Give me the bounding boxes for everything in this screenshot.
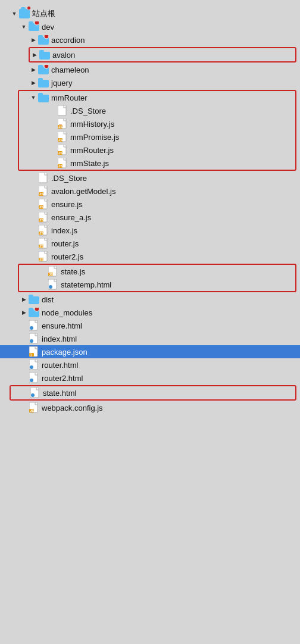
- file-package-json-icon: {}: [29, 346, 39, 357]
- label-ensure-a-js: ensure_a.js: [51, 213, 300, 222]
- label-mmrouter: mmRouter: [51, 93, 295, 102]
- svg-text:JS: JS: [58, 138, 62, 142]
- label-ensure-js: ensure.js: [51, 200, 300, 209]
- tree-item-state-html[interactable]: state.html: [11, 386, 295, 399]
- label-mmhistory: mmHistory.js: [70, 120, 295, 129]
- tree-item-webpack-config[interactable]: JS webpack.config.js: [0, 401, 300, 414]
- tree-item-dev[interactable]: dev: [0, 20, 300, 33]
- svg-point-2: [35, 21, 39, 25]
- tree-item-router2-html[interactable]: router2.html: [0, 371, 300, 384]
- tree-item-ensure-a-js[interactable]: JS ensure_a.js: [0, 211, 300, 224]
- file-router-html-icon: [29, 359, 39, 370]
- label-accordion: accordion: [51, 36, 300, 45]
- svg-text:JS: JS: [58, 164, 62, 168]
- folder-dist-icon: [29, 294, 39, 305]
- svg-rect-9: [38, 65, 43, 68]
- svg-text:JS: JS: [39, 205, 43, 209]
- arrow-jquery: [29, 80, 38, 86]
- svg-point-68: [30, 379, 33, 382]
- arrow-root: [10, 11, 19, 17]
- tree-item-node-modules[interactable]: node_modules: [0, 306, 300, 319]
- tree-item-package-json[interactable]: {} package.json: [0, 345, 300, 358]
- label-mmrouter-js: mmRouter.js: [70, 146, 295, 155]
- tree-item-ds-store-router[interactable]: .DS_Store: [19, 104, 295, 117]
- label-mmstate: mmState.js: [70, 159, 295, 168]
- tree-item-index-js[interactable]: JS index.js: [0, 224, 300, 237]
- label-package-json: package.json: [42, 348, 300, 357]
- arrow-accordion: [29, 37, 38, 43]
- label-mmpromise: mmPromise.js: [70, 133, 295, 142]
- tree-item-avalon-getmodel[interactable]: JS avalon.getModel.js: [0, 185, 300, 198]
- tree-item-index-html[interactable]: index.html: [0, 332, 300, 345]
- label-state-html: state.html: [43, 389, 295, 398]
- label-root: 站点根: [32, 8, 300, 19]
- svg-point-59: [30, 326, 33, 330]
- tree-item-mmhistory[interactable]: JSJS mmHistory.js: [19, 117, 295, 130]
- label-router2-js: router2.js: [51, 252, 300, 261]
- label-node-modules: node_modules: [42, 308, 300, 317]
- label-avalon: avalon: [52, 51, 295, 60]
- tree-item-dist[interactable]: dist: [0, 293, 300, 306]
- file-router2-html-icon: [29, 373, 39, 383]
- file-statetemp-html-icon: [48, 279, 58, 290]
- arrow-dist: [19, 296, 29, 302]
- state-outline: JS state.js statetemp.html: [18, 264, 296, 292]
- tree-item-avalon[interactable]: avalon: [30, 48, 295, 61]
- tree-item-router-html[interactable]: router.html: [0, 358, 300, 371]
- state-html-outline: state.html: [10, 385, 296, 401]
- folder-root-icon: [19, 8, 30, 19]
- file-ensure-a-js-icon: JS: [38, 212, 49, 223]
- label-dist: dist: [42, 295, 300, 304]
- folder-mmrouter-icon: [38, 92, 49, 103]
- label-router2-html: router2.html: [42, 374, 300, 383]
- tree-item-mmpromise[interactable]: JS mmPromise.js: [19, 130, 295, 143]
- svg-rect-7: [39, 50, 44, 53]
- tree-item-accordion[interactable]: accordion: [0, 33, 300, 46]
- label-chameleon: chameleon: [51, 65, 300, 74]
- svg-text:JS: JS: [39, 192, 43, 196]
- folder-dev-icon: [29, 21, 39, 32]
- file-mmrouter-js-icon: JS: [57, 145, 68, 155]
- file-mmhistory-icon: JSJS: [57, 118, 68, 129]
- svg-point-57: [35, 308, 39, 311]
- tree-item-router2-js[interactable]: JS router2.js: [0, 250, 300, 263]
- svg-point-66: [30, 365, 33, 369]
- label-router-html: router.html: [42, 361, 300, 370]
- arrow-mmrouter: [29, 95, 38, 101]
- label-router-js: router.js: [51, 239, 300, 248]
- tree-item-ensure-js[interactable]: JS ensure.js: [0, 198, 300, 211]
- folder-node-modules-icon: [29, 307, 39, 318]
- tree-item-router-js[interactable]: JS router.js: [0, 237, 300, 250]
- arrow-chameleon: [29, 67, 38, 73]
- tree-item-root[interactable]: 站点根: [0, 7, 300, 20]
- tree-item-state-js[interactable]: JS state.js: [19, 265, 295, 278]
- file-avalon-getmodel-icon: JS: [38, 186, 49, 196]
- svg-point-10: [44, 65, 49, 68]
- svg-point-5: [44, 35, 49, 39]
- file-mmstate-icon: JS: [57, 158, 68, 168]
- svg-text:{}: {}: [30, 353, 32, 357]
- svg-rect-14: [38, 93, 43, 96]
- file-index-html-icon: [29, 333, 39, 344]
- file-index-js-icon: JS: [38, 225, 49, 236]
- tree-item-ensure-html[interactable]: ensure.html: [0, 319, 300, 332]
- file-ds-store-dev-icon: [38, 173, 49, 183]
- tree-item-mmrouter-js[interactable]: JS mmRouter.js: [19, 143, 295, 157]
- tree-item-mmstate[interactable]: JS mmState.js: [19, 157, 295, 170]
- svg-rect-4: [38, 35, 43, 38]
- file-state-js-icon: JS: [48, 266, 58, 277]
- tree-item-ds-store-dev[interactable]: .DS_Store: [0, 171, 300, 185]
- tree-item-jquery[interactable]: jquery: [0, 76, 300, 89]
- label-ds-store-dev: .DS_Store: [51, 174, 300, 183]
- tree-item-statetemp-html[interactable]: statetemp.html: [19, 278, 295, 291]
- svg-rect-54: [29, 295, 33, 298]
- svg-point-52: [49, 285, 52, 289]
- folder-jquery-icon: [38, 77, 49, 88]
- arrow-node-modules: [19, 310, 29, 315]
- file-router2-js-icon: JS: [38, 251, 49, 262]
- svg-text:JS: JS: [39, 258, 43, 261]
- svg-rect-56: [29, 308, 33, 311]
- label-webpack-config: webpack.config.js: [42, 404, 300, 412]
- tree-item-mmrouter[interactable]: mmRouter: [19, 91, 295, 104]
- tree-item-chameleon[interactable]: chameleon: [0, 63, 300, 76]
